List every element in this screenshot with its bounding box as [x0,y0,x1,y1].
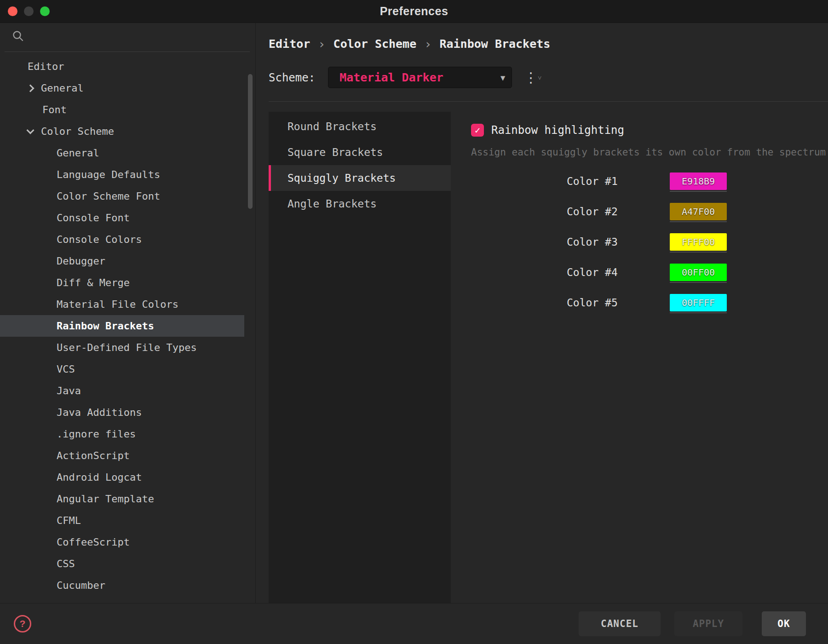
close-button[interactable] [8,6,17,16]
sidebar-item-debugger[interactable]: Debugger [0,250,244,272]
color-row: Color #500FFFF [471,294,828,311]
preferences-window: Preferences EditorGeneralFontColor Schem… [0,0,828,644]
sidebar-item-cfml[interactable]: CFML [0,510,244,531]
color-row: Color #1E918B9 [471,172,828,190]
sidebar-item-cucumber[interactable]: Cucumber [0,575,244,596]
sidebar-item-label: Java Additions [57,407,142,418]
sidebar-item-color-scheme[interactable]: Color Scheme [0,121,244,142]
tab-round-brackets[interactable]: Round Brackets [269,114,451,139]
sidebar-item-diff-merge[interactable]: Diff & Merge [0,272,244,293]
color-swatch-5[interactable]: 00FFFF [670,294,727,311]
tab-angle-brackets[interactable]: Angle Brackets [269,191,451,217]
sidebar-item-label: Language Defaults [57,169,160,180]
sidebar-item-label: Color Scheme [41,126,114,137]
sidebar-item-font[interactable]: Font [0,99,244,121]
breadcrumb-item-rainbow-brackets[interactable]: Rainbow Brackets [439,37,550,51]
panel-row: Round BracketsSquare BracketsSquiggly Br… [269,112,828,603]
window-title: Preferences [0,5,828,18]
color-row: Color #3FFFF00 [471,233,828,251]
sidebar-item-label: .ignore files [57,428,136,440]
sidebar-item-label: CFML [57,515,81,526]
sidebar-item-ignore-files[interactable]: .ignore files [0,423,244,445]
color-label: Color #3 [567,236,622,248]
sidebar-item-user-defined-file-types[interactable]: User-Defined File Types [0,337,244,358]
bracket-tabs: Round BracketsSquare BracketsSquiggly Br… [269,112,451,603]
sidebar-item-css[interactable]: CSS [0,553,244,575]
sidebar-item-android-logcat[interactable]: Android Logcat [0,466,244,488]
sidebar-item-label: ActionScript [57,450,130,461]
setting-description: Assign each squiggly brackets its own co… [471,147,828,158]
checkbox-label: Rainbow highlighting [491,124,624,137]
breadcrumb: Editor›Color Scheme›Rainbow Brackets [269,37,828,51]
sidebar-item-label: Editor [28,61,64,72]
apply-button[interactable]: APPLY [674,611,742,636]
color-rows: Color #1E918B9Color #2A47F00Color #3FFFF… [471,172,828,311]
rainbow-highlighting-checkbox[interactable]: ✓ Rainbow highlighting [471,124,828,137]
sidebar-item-language-defaults[interactable]: Language Defaults [0,164,244,185]
minimize-button[interactable] [24,6,34,16]
sidebar-item-java[interactable]: Java [0,380,244,402]
scheme-label: Scheme: [269,71,315,84]
sidebar-item-rainbow-brackets[interactable]: Rainbow Brackets [0,315,244,337]
color-swatch-1[interactable]: E918B9 [670,172,727,190]
sidebar-item-vcs[interactable]: VCS [0,358,244,380]
sidebar-item-label: Console Font [57,212,130,224]
help-icon: ? [20,618,26,629]
breadcrumb-item-editor[interactable]: Editor [269,37,310,51]
scheme-select[interactable]: Material Darker ▼ [328,67,512,88]
checkbox-check-icon: ✓ [471,124,484,137]
color-swatch-2[interactable]: A47F00 [670,203,727,220]
color-label: Color #4 [567,266,622,278]
footer-buttons: CANCELAPPLYOK [579,611,806,636]
color-row: Color #400FF00 [471,264,828,281]
traffic-lights [8,6,50,16]
sidebar-item-label: Cucumber [57,580,105,591]
color-swatch-3[interactable]: FFFF00 [670,233,727,251]
scheme-select-value: Material Darker [339,71,500,84]
sidebar-item-label: VCS [57,363,75,375]
sidebar-item-coffeescript[interactable]: CoffeeScript [0,531,244,553]
sidebar-item-material-file-colors[interactable]: Material File Colors [0,293,244,315]
tab-squiggly-brackets[interactable]: Squiggly Brackets [269,165,451,191]
chevron-down-icon[interactable] [27,126,34,134]
search-input[interactable] [0,23,255,52]
footer: ? CANCELAPPLYOK [0,604,828,644]
sidebar-item-label: CSS [57,558,75,569]
sidebar-item-java-additions[interactable]: Java Additions [0,402,244,423]
sidebar-item-label: Material File Colors [57,299,178,310]
sidebar-item-label: Debugger [57,255,105,267]
color-label: Color #1 [567,175,622,187]
sidebar-scrollbar[interactable] [248,74,253,209]
tab-square-brackets[interactable]: Square Brackets [269,139,451,165]
ok-button[interactable]: OK [762,611,806,636]
color-label: Color #5 [567,297,622,309]
cancel-button[interactable]: CANCEL [579,611,661,636]
sidebar-item-angular-template[interactable]: Angular Template [0,488,244,510]
content-divider [269,101,828,102]
breadcrumb-separator: › [318,37,325,51]
scheme-row: Scheme: Material Darker ▼ ⋮˅ [269,67,828,88]
scheme-actions-button[interactable]: ⋮˅ [524,71,540,85]
sidebar-item-label: General [57,147,99,159]
sidebar-item-console-colors[interactable]: Console Colors [0,229,244,250]
chevron-down-icon: ▼ [500,73,505,82]
chevron-right-icon[interactable] [27,84,34,92]
kebab-caret-icon: ˅ [538,74,541,81]
zoom-button[interactable] [40,6,50,16]
sidebar-item-general[interactable]: General [0,142,244,164]
sidebar-item-label: Font [42,104,67,115]
sidebar: EditorGeneralFontColor SchemeGeneralLang… [0,23,256,603]
breadcrumb-separator: › [424,37,431,51]
sidebar-item-general[interactable]: General [0,77,244,99]
breadcrumb-item-color-scheme[interactable]: Color Scheme [334,37,417,51]
color-row: Color #2A47F00 [471,203,828,220]
sidebar-item-color-scheme-font[interactable]: Color Scheme Font [0,185,244,207]
content-row: EditorGeneralFontColor SchemeGeneralLang… [0,23,828,604]
sidebar-item-actionscript[interactable]: ActionScript [0,445,244,466]
search-icon [12,30,24,45]
help-button[interactable]: ? [14,615,31,632]
color-swatch-4[interactable]: 00FF00 [670,264,727,281]
sidebar-item-console-font[interactable]: Console Font [0,207,244,229]
sidebar-item-label: Diff & Merge [57,277,130,288]
sidebar-item-editor[interactable]: Editor [0,56,244,77]
